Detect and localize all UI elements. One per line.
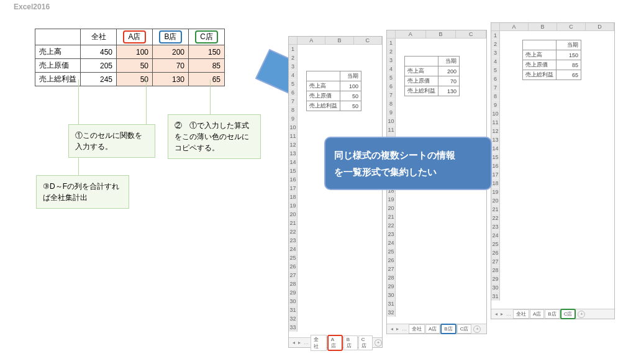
- tab-a[interactable]: A店: [425, 324, 440, 334]
- row-header: 4: [289, 71, 297, 80]
- row-headers: 1234567891011121314151617181920212223242…: [289, 45, 298, 332]
- row-header: 30: [491, 283, 499, 292]
- tab-b[interactable]: B店: [440, 324, 456, 334]
- col-b: B: [529, 23, 557, 30]
- col-c: C: [456, 30, 486, 38]
- cell: 205: [81, 59, 117, 73]
- row-header: 3: [387, 56, 395, 65]
- cell: 50: [117, 59, 153, 73]
- row-header: 17: [491, 170, 499, 179]
- row-header: 7: [491, 83, 499, 92]
- callout: 同じ様式の複数シートの情報 を一覧形式で集約したい: [324, 137, 492, 190]
- hdr-blank: [35, 29, 81, 45]
- row-header: 14: [289, 158, 297, 166]
- cell-label: 売上原価: [35, 59, 81, 73]
- cell: 売上原価: [307, 91, 340, 101]
- tab-c[interactable]: C店: [358, 335, 373, 350]
- row-header: 31: [289, 306, 297, 314]
- row-header: 32: [387, 308, 395, 317]
- add-sheet-icon[interactable]: +: [375, 339, 382, 347]
- tab-nav-icon[interactable]: ▸: [395, 326, 400, 332]
- row-header: 28: [491, 266, 499, 275]
- cell: 130: [153, 73, 189, 86]
- tab-nav-more[interactable]: …: [505, 311, 512, 317]
- corner: [491, 23, 500, 30]
- row-header: 20: [387, 204, 395, 212]
- cell: 売上総利益: [523, 70, 556, 80]
- row-header: 1: [491, 31, 499, 40]
- tab-all[interactable]: 全社: [311, 335, 327, 351]
- row-header: 5: [289, 80, 297, 88]
- row-header: 25: [387, 247, 395, 256]
- tab-c[interactable]: C店: [457, 324, 472, 334]
- col-c: C: [354, 37, 382, 44]
- grid-area: 1234567891011121314151617181920212223242…: [289, 45, 382, 338]
- row-header: 29: [289, 288, 297, 297]
- tab-a[interactable]: A店: [327, 335, 343, 351]
- row-header: 31: [387, 299, 395, 308]
- summary-table: 全社 A店 B店 C店 売上高 450 100 200 150 売上原価 205…: [35, 29, 225, 86]
- row-header: 6: [491, 75, 499, 83]
- row-header: 20: [289, 210, 297, 219]
- col-headers: A B C: [387, 30, 486, 39]
- row-header: 8: [387, 99, 395, 108]
- row-header: 11: [387, 125, 395, 134]
- row-header: 24: [491, 231, 499, 240]
- cell: 100: [117, 45, 153, 59]
- col-d: D: [586, 23, 614, 30]
- row-header: 13: [289, 149, 297, 158]
- row-header: 2: [387, 47, 395, 56]
- row-header: 3: [491, 48, 499, 57]
- row-header: 9: [491, 101, 499, 109]
- cell: 100: [340, 81, 361, 91]
- row-headers: 1234567891011121314151617181920212223242…: [491, 31, 500, 301]
- row-header: 28: [289, 280, 297, 288]
- tab-nav-icon[interactable]: ▸: [297, 340, 302, 345]
- row-header: 5: [491, 66, 499, 75]
- row-cogs: 売上原価 205 50 70 85: [35, 59, 225, 73]
- row-header: 15: [289, 166, 297, 175]
- cell: 売上高: [405, 66, 438, 76]
- callout-line1: 同じ様式の複数シートの情報: [334, 147, 482, 163]
- cell: 売上高: [523, 50, 556, 60]
- hdr-c: C店: [189, 29, 225, 45]
- cell: 売上総利益: [405, 86, 438, 96]
- leader-line: [146, 80, 147, 124]
- cell: 245: [81, 73, 117, 86]
- tab-a[interactable]: A店: [530, 309, 544, 319]
- row-header: 23: [387, 230, 395, 239]
- row-header: 14: [491, 144, 499, 153]
- row-header: 15: [491, 153, 499, 162]
- row-header: 23: [289, 236, 297, 245]
- tab-nav-more[interactable]: …: [401, 326, 408, 332]
- tab-b[interactable]: B店: [343, 335, 358, 350]
- inner-table: 当期 売上高200 売上原価70 売上総利益130: [404, 56, 460, 96]
- row-header: 7: [289, 97, 297, 106]
- row-header: 22: [491, 214, 499, 222]
- tab-c[interactable]: C店: [560, 309, 576, 319]
- tab-nav-icon[interactable]: ◂: [494, 311, 499, 317]
- sheet-tabs: ◂ ▸ … 全社 A店 B店 C店 +: [491, 309, 614, 319]
- tab-all[interactable]: 全社: [409, 324, 425, 334]
- row-header: 2: [491, 40, 499, 48]
- cell: 50: [340, 91, 361, 101]
- cell: 50: [117, 73, 153, 86]
- cell: 200: [438, 66, 460, 76]
- tab-nav-more[interactable]: …: [302, 340, 310, 345]
- tab-nav-icon[interactable]: ◂: [389, 326, 394, 332]
- app-title: Excel2016: [14, 2, 50, 11]
- row-header: 5: [387, 73, 395, 82]
- tab-all[interactable]: 全社: [513, 309, 529, 319]
- row-header: 32: [289, 314, 297, 323]
- row-header: 2: [289, 53, 297, 62]
- tab-nav-icon[interactable]: ▸: [499, 311, 504, 317]
- cell: [405, 57, 438, 66]
- row-sales: 売上高 450 100 200 150: [35, 45, 225, 59]
- row-header: 24: [289, 245, 297, 253]
- add-sheet-icon[interactable]: +: [473, 325, 481, 333]
- tab-nav-icon[interactable]: ◂: [291, 340, 296, 345]
- row-header: 29: [491, 275, 499, 283]
- tab-b[interactable]: B店: [545, 309, 559, 319]
- annotation-2: ② ①で入力した算式をこの薄い色のセルにコピペする。: [168, 114, 261, 159]
- add-sheet-icon[interactable]: +: [578, 311, 585, 318]
